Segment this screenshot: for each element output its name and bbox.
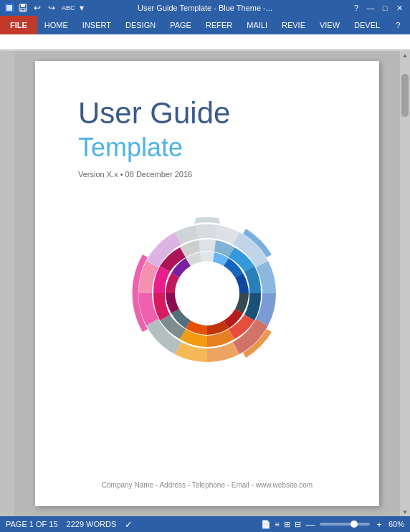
scrollbar[interactable]: ▲ ▼ <box>400 51 410 516</box>
user-area: ? ▲ Ivan Walsh ▾ K <box>387 16 410 34</box>
ribbon-tab-bar: FILE HOME INSERT DESIGN PAGE REFER MAILI… <box>0 16 410 34</box>
save-quick-icon[interactable] <box>17 2 29 14</box>
document-subtitle: Template <box>78 133 183 163</box>
svg-rect-4 <box>21 9 25 11</box>
proofing-icon: ✓ <box>125 519 133 530</box>
ribbon-collapse-icon[interactable]: ▲ <box>406 21 410 29</box>
zoom-percent: 60% <box>388 520 404 528</box>
document-title: User Guide <box>78 97 230 130</box>
document-footer: Company Name - Address - Telephone - Ema… <box>35 481 379 489</box>
status-right: 📄 ≡ ⊞ ⊟ — + 60% <box>261 519 404 530</box>
help-icon[interactable]: ? <box>393 21 403 29</box>
close-button[interactable]: ✕ <box>393 2 406 14</box>
ribbon: FILE HOME INSERT DESIGN PAGE REFER MAILI… <box>0 16 410 51</box>
left-margin <box>0 51 14 516</box>
app-icon <box>4 3 14 13</box>
status-bar: PAGE 1 OF 15 2229 WORDS ✓ 📄 ≡ ⊞ ⊟ — + 60… <box>0 516 410 532</box>
window-controls: ? — □ ✕ <box>350 2 406 14</box>
chart-area <box>78 207 336 379</box>
tab-design[interactable]: DESIGN <box>118 16 163 34</box>
outline-view-icon[interactable]: ⊟ <box>295 520 301 529</box>
scroll-down-arrow[interactable]: ▼ <box>401 508 409 516</box>
web-view-icon[interactable]: ⊞ <box>284 520 290 529</box>
read-view-icon[interactable]: 📄 <box>261 520 271 529</box>
window-title: User Guide Template - Blue Theme -... <box>138 4 272 12</box>
zoom-slider[interactable] <box>320 523 370 526</box>
quick-extra[interactable]: ▾ <box>80 3 84 13</box>
svg-rect-1 <box>6 5 12 11</box>
undo-icon[interactable]: ↩ <box>32 2 43 14</box>
tab-insert[interactable]: INSERT <box>75 16 118 34</box>
print-view-icon[interactable]: ≡ <box>275 520 280 528</box>
document-version: Version X.x • 08 December 2016 <box>78 170 192 179</box>
ribbon-content-area <box>0 34 410 50</box>
help-button[interactable]: ? <box>350 2 363 14</box>
zoom-minus-button[interactable]: — <box>305 519 315 530</box>
document-area[interactable]: User Guide Template Version X.x • 08 Dec… <box>14 51 400 516</box>
redo-icon[interactable]: ↪ <box>46 2 57 14</box>
tab-page[interactable]: PAGE <box>163 16 199 34</box>
tab-review[interactable]: REVIE <box>275 16 313 34</box>
scrollbar-thumb[interactable] <box>401 74 409 117</box>
title-bar-left: ↩ ↪ ABC ▾ <box>4 2 84 14</box>
scroll-up-arrow[interactable]: ▲ <box>401 51 409 60</box>
quick-abc[interactable]: ABC <box>60 4 77 11</box>
svg-point-5 <box>176 262 239 325</box>
tab-file[interactable]: FILE <box>0 16 37 34</box>
donut-chart <box>121 207 293 379</box>
word-count: 2229 WORDS <box>67 520 117 528</box>
main-area: User Guide Template Version X.x • 08 Dec… <box>0 51 410 516</box>
title-bar: ↩ ↪ ABC ▾ User Guide Template - Blue The… <box>0 0 410 16</box>
maximize-button[interactable]: □ <box>378 2 391 14</box>
svg-rect-3 <box>21 4 25 7</box>
zoom-thumb[interactable] <box>351 521 358 528</box>
tab-developer[interactable]: DEVEL <box>347 16 387 34</box>
tab-home[interactable]: HOME <box>37 16 75 34</box>
page-count: PAGE 1 OF 15 <box>6 520 58 528</box>
zoom-plus-button[interactable]: + <box>374 519 384 530</box>
tab-view[interactable]: VIEW <box>313 16 347 34</box>
document-page: User Guide Template Version X.x • 08 Dec… <box>35 61 379 506</box>
minimize-button[interactable]: — <box>364 2 377 14</box>
tab-references[interactable]: REFER <box>199 16 239 34</box>
tab-mailings[interactable]: MAILI <box>239 16 275 34</box>
